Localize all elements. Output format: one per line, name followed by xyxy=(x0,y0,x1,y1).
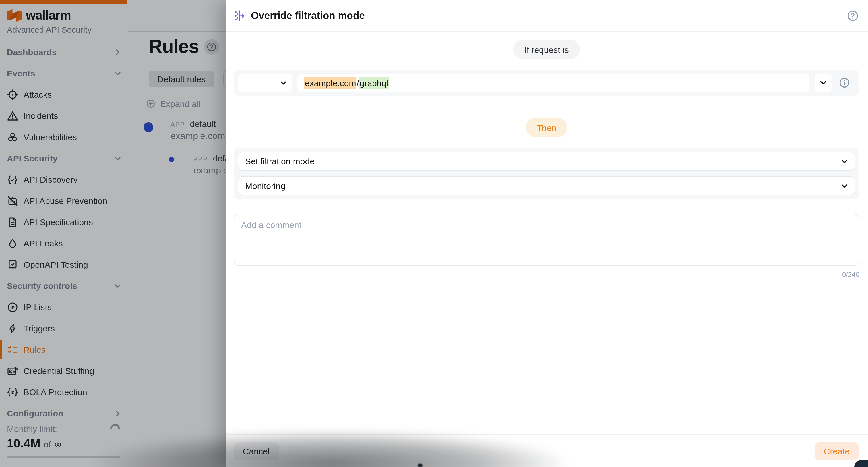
action-box: Set filtration mode Monitoring xyxy=(234,148,859,199)
create-button[interactable]: Create xyxy=(815,442,859,460)
bottom-notch xyxy=(418,464,423,467)
uri-host-highlight: example.com xyxy=(304,77,356,89)
override-filtration-mode-drawer: Override filtration mode If request is —… xyxy=(226,0,868,467)
uri-path-highlight: graphql xyxy=(359,77,389,89)
info-icon[interactable] xyxy=(839,77,850,88)
action-type-value: Set filtration mode xyxy=(245,156,315,166)
comment-textarea[interactable] xyxy=(234,214,859,266)
rule-flow-icon xyxy=(233,9,245,22)
cancel-button[interactable]: Cancel xyxy=(234,442,279,460)
condition-row: — example.com/graphql xyxy=(234,69,859,96)
app-root: wallarm Advanced API Security Dashboards… xyxy=(0,0,868,467)
operator-value: — xyxy=(245,78,253,88)
chevron-down-icon xyxy=(820,79,827,86)
drawer-header: Override filtration mode xyxy=(226,0,868,32)
char-counter: 0/240 xyxy=(234,270,859,279)
drawer-help-icon[interactable] xyxy=(847,9,859,22)
if-request-is-pill: If request is xyxy=(513,40,580,59)
condition-operator-select[interactable]: — xyxy=(238,74,292,92)
chevron-down-icon xyxy=(280,80,286,86)
then-pill: Then xyxy=(526,118,567,137)
drawer-title: Override filtration mode xyxy=(251,9,365,22)
drawer-body: If request is — example.com/graphql T xyxy=(226,40,868,279)
chevron-down-icon xyxy=(841,158,848,165)
filtration-mode-value: Monitoring xyxy=(245,181,285,191)
uri-separator: / xyxy=(356,77,359,89)
chevron-down-icon xyxy=(841,182,848,189)
action-type-select[interactable]: Set filtration mode xyxy=(238,152,856,171)
filtration-mode-select[interactable]: Monitoring xyxy=(238,176,856,195)
drawer-footer: Cancel Create xyxy=(226,434,868,467)
condition-uri-input[interactable]: example.com/graphql xyxy=(298,74,809,92)
condition-expand-button[interactable] xyxy=(815,74,832,92)
